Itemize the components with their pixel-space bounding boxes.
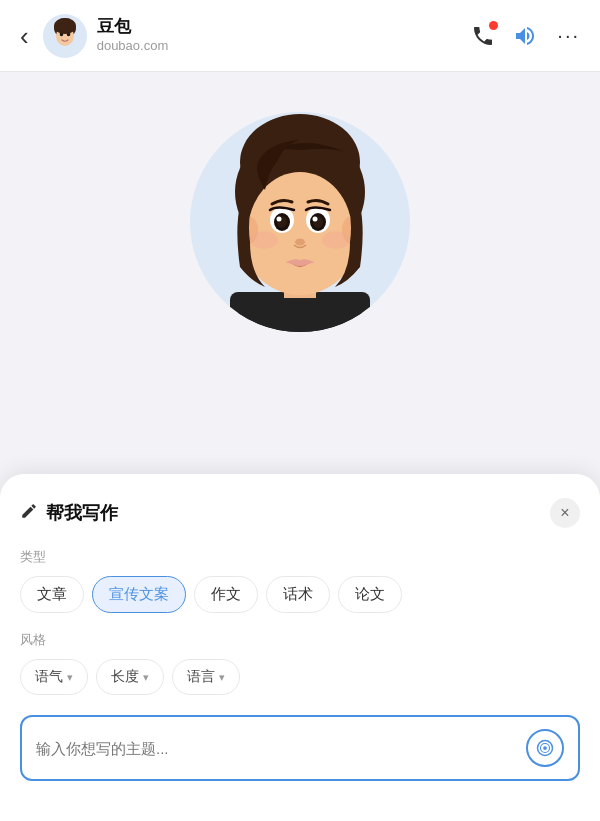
main-avatar	[190, 112, 410, 332]
more-button[interactable]: ···	[557, 24, 580, 47]
chevron-down-icon: ▾	[67, 671, 73, 684]
type-paper[interactable]: 论文	[338, 576, 402, 613]
mic-button[interactable]	[526, 729, 564, 767]
svg-point-18	[277, 217, 282, 222]
type-promo[interactable]: 宣传文案	[92, 576, 186, 613]
back-button[interactable]: ‹	[20, 23, 29, 49]
writing-panel: 帮我写作 × 类型 文章 宣传文案 作文 话术 论文 风格 语气 ▾ 长度 ▾ …	[0, 474, 600, 821]
type-label: 类型	[20, 548, 580, 566]
header-actions: ···	[471, 24, 580, 48]
app-domain: doubao.com	[97, 38, 472, 55]
svg-point-22	[313, 217, 318, 222]
header-info: 豆包 doubao.com	[97, 16, 472, 55]
type-essay[interactable]: 作文	[194, 576, 258, 613]
type-chips: 文章 宣传文案 作文 话术 论文	[20, 576, 580, 613]
style-length[interactable]: 长度 ▾	[96, 659, 164, 695]
app-header: ‹ 豆包 doubao.com	[0, 0, 600, 72]
phone-button[interactable]	[471, 24, 495, 48]
avatar-section	[0, 72, 600, 382]
panel-title-row: 帮我写作	[20, 501, 118, 525]
audio-button[interactable]	[513, 24, 539, 48]
svg-point-28	[543, 746, 547, 750]
type-speech[interactable]: 话术	[266, 576, 330, 613]
style-tone[interactable]: 语气 ▾	[20, 659, 88, 695]
svg-point-25	[322, 231, 350, 249]
topic-input[interactable]	[36, 740, 526, 757]
panel-header: 帮我写作 ×	[20, 498, 580, 528]
input-row	[20, 715, 580, 781]
edit-icon	[20, 502, 38, 525]
svg-point-23	[295, 239, 305, 246]
svg-point-5	[54, 18, 76, 34]
chevron-down-icon: ▾	[219, 671, 225, 684]
header-avatar	[43, 14, 87, 58]
panel-title: 帮我写作	[46, 501, 118, 525]
close-button[interactable]: ×	[550, 498, 580, 528]
style-label: 风格	[20, 631, 580, 649]
chevron-down-icon: ▾	[143, 671, 149, 684]
svg-point-24	[250, 231, 278, 249]
app-name: 豆包	[97, 16, 472, 38]
phone-badge	[489, 21, 498, 30]
style-chips: 语气 ▾ 长度 ▾ 语言 ▾	[20, 659, 580, 695]
style-language[interactable]: 语言 ▾	[172, 659, 240, 695]
type-article[interactable]: 文章	[20, 576, 84, 613]
